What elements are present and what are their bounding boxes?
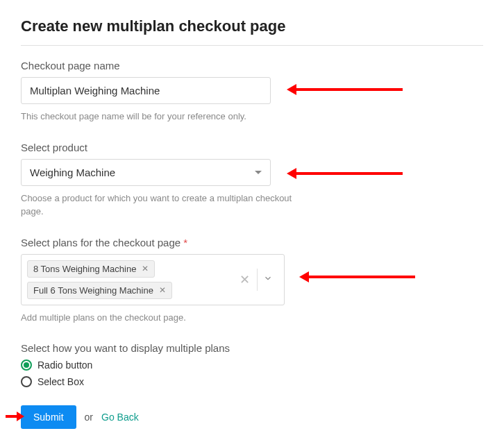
chevron-down-icon [255, 171, 262, 174]
product-label: Select product [21, 142, 483, 153]
submit-button[interactable]: Submit [21, 405, 76, 429]
plan-chip: Full 6 Tons Weighing Machine ✕ [27, 282, 172, 299]
radio-icon [21, 359, 32, 371]
plans-multiselect[interactable]: 8 Tons Weighing Machine ✕ Full 6 Tons We… [21, 254, 285, 305]
clear-all-icon[interactable]: ✕ [233, 272, 257, 287]
go-back-link[interactable]: Go Back [101, 412, 139, 423]
product-field: Select product Weighing Machine Choose a… [21, 142, 483, 219]
annotation-arrow [308, 276, 415, 278]
plans-field: Select plans for the checkout page * 8 T… [21, 237, 483, 325]
plan-chip: 8 Tons Weighing Machine ✕ [27, 260, 155, 278]
radio-option[interactable]: Radio button [21, 359, 483, 371]
product-select[interactable]: Weighing Machine [21, 159, 271, 186]
chevron-down-icon[interactable] [258, 273, 278, 286]
name-input[interactable] [21, 77, 271, 104]
or-text: or [85, 412, 93, 423]
actions-row: Submit or Go Back [21, 405, 483, 429]
display-label: Select how you want to display multiple … [21, 342, 483, 354]
chip-label: Full 6 Tons Weighing Machine [33, 285, 153, 296]
name-helper: This checkout page name will be for your… [21, 110, 299, 124]
radio-option[interactable]: Select Box [21, 376, 483, 387]
required-asterisk: * [183, 237, 187, 248]
product-helper: Choose a product for which you want to c… [21, 192, 299, 219]
plans-helper: Add multiple plans on the checkout page. [21, 311, 299, 325]
multiselect-controls: ✕ [227, 255, 284, 305]
page-title: Create new multiplan checkout page [21, 17, 483, 35]
chips-area: 8 Tons Weighing Machine ✕ Full 6 Tons We… [22, 255, 227, 305]
annotation-arrow [295, 88, 403, 91]
name-field: Checkout page name This checkout page na… [21, 60, 483, 124]
radio-label: Radio button [37, 359, 92, 371]
radio-label: Select Box [37, 376, 84, 387]
name-label: Checkout page name [21, 60, 483, 71]
close-icon[interactable]: ✕ [159, 285, 166, 295]
close-icon[interactable]: ✕ [142, 264, 149, 273]
product-value: Weighing Machine [30, 167, 115, 178]
annotation-arrow [295, 172, 403, 175]
display-field: Select how you want to display multiple … [21, 342, 483, 387]
divider [21, 45, 483, 46]
plans-label: Select plans for the checkout page * [21, 237, 483, 248]
annotation-arrow [6, 415, 18, 418]
radio-icon [21, 376, 32, 387]
chip-label: 8 Tons Weighing Machine [33, 264, 136, 274]
plans-label-text: Select plans for the checkout page [21, 237, 180, 248]
